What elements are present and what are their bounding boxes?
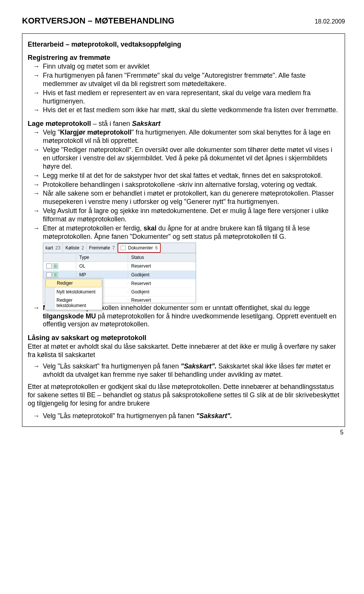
text-fragment: Velg "Lås møteprotokoll" fra hurtigmenye… [43, 412, 196, 420]
text-fragment: Klargjør møteprotokoll [60, 129, 132, 136]
list-item: Velge "Rediger møteprotokoll". En oversi… [43, 146, 339, 171]
cell-status: Godkjent [128, 288, 196, 295]
tab-dokumenter[interactable]: Dokumenter 6 [118, 243, 161, 253]
document-icon [53, 263, 58, 269]
document-icon [53, 272, 58, 277]
col-status: Status [128, 253, 196, 262]
text-fragment: skal [144, 224, 157, 232]
col-type: Type [76, 253, 128, 262]
menu-item-nytt-tekstdokument[interactable]: Nytt tekstdokument [45, 288, 102, 296]
row-icons [43, 262, 76, 270]
context-menu: Rediger Nytt tekstdokument Rediger tekst… [45, 278, 102, 310]
cell-type: MP [76, 271, 128, 278]
document-icon [121, 246, 126, 250]
subsection-title-lasing: Låsing av sakskart og møteprotokoll [28, 334, 339, 342]
tab-count: 7 [112, 245, 115, 251]
tab-label: Dokumenter [128, 245, 153, 251]
cell-status: Reservert [128, 263, 196, 270]
text-fragment: Velg "Lås sakskart" fra hurtigmenyen på … [43, 362, 181, 370]
list-item: Legg merke til at det for de sakstyper h… [43, 172, 339, 180]
tab-label: Fremmøte [89, 245, 110, 251]
list-moteprotokoll: Velg "Klargjør møteprotokoll" fra hurtig… [28, 129, 339, 241]
text-fragment: tilgangskode MU [43, 312, 96, 320]
tab-count: 23 [55, 245, 60, 251]
list-item: Hvis et fast medlem er representert av e… [43, 89, 339, 106]
grid-panel: Type Status OL Reservert MP Godkjent Red… [43, 253, 196, 303]
page-number: 5 [22, 429, 345, 436]
tab-kart[interactable]: kart 23 [43, 243, 63, 253]
text-fragment: Velg " [43, 129, 60, 136]
section-title-1: Etterarbeid – møteprotokoll, vedtaksoppf… [28, 41, 339, 49]
list-registrering: Finn utvalg og møtet som er avviklet Fra… [28, 63, 339, 114]
tab-fremmote[interactable]: Fremmøte 7 [87, 243, 118, 253]
list-item: Hvis det er et fast medlem som ikke har … [43, 106, 339, 114]
list-icon [46, 272, 52, 277]
list-lasing-2: Velg "Lås møteprotokoll" fra hurtigmenye… [28, 412, 339, 420]
grid-header: Type Status [43, 253, 196, 262]
list-item: Velg Avslutt for å lagre og sjekke inn m… [43, 207, 339, 224]
table-row[interactable]: MP Godkjent Rediger Nytt tekstdokument R… [43, 271, 196, 279]
tab-koliste[interactable]: Køliste 2 [63, 243, 86, 253]
subsection-title-registrering: Registrering av fremmøte [28, 54, 339, 62]
row-icons [43, 271, 76, 278]
sub-title-part: Sakskart [132, 120, 160, 127]
cell-type: OL [76, 263, 128, 270]
embedded-screenshot: kart 23 Køliste 2 Fremmøte 7 Dokumenter … [43, 243, 339, 303]
paragraph: Etter at møteprotokollen er godkjent ska… [28, 383, 339, 408]
list-item: Velg "Lås møteprotokoll" fra hurtigmenye… [43, 412, 339, 420]
page-date: 18.02.2009 [315, 18, 345, 25]
content-frame: Etterarbeid – møteprotokoll, vedtaksoppf… [22, 33, 345, 427]
list-item: Finn utvalg og møtet som er avviklet [43, 63, 339, 71]
list-icon [46, 263, 52, 269]
menu-item-rediger[interactable]: Rediger [46, 279, 102, 287]
menu-item-rediger-tekstdokument[interactable]: Rediger tekstdokument [45, 296, 102, 310]
page-title: KORTVERSJON – MØTEBEHANDLING [22, 16, 174, 26]
list-item: Protokollere behandlingen i saksprotokol… [43, 181, 339, 189]
sub-title-part: Lage møteprotokoll [28, 120, 91, 127]
list-item: Velg "Klargjør møteprotokoll" fra hurtig… [43, 129, 339, 145]
sub-title-part: – stå i fanen [91, 120, 132, 127]
col-icons [43, 253, 76, 262]
cell-status: Reservert [128, 280, 196, 287]
tab-bar: kart 23 Køliste 2 Fremmøte 7 Dokumenter … [43, 243, 196, 253]
text-fragment: Etter at møteprotokollen er ferdig, [43, 224, 144, 232]
text-fragment: "Sakskart". [196, 412, 232, 420]
cell-status: Reservert [128, 297, 196, 304]
paragraph: Etter at møtet er avholdt skal du låse s… [28, 343, 339, 359]
page-header: KORTVERSJON – MØTEBEHANDLING 18.02.2009 [22, 16, 345, 26]
list-item: Velg "Lås sakskart" fra hurtigmenyen på … [43, 362, 339, 379]
tab-count: 2 [82, 245, 84, 251]
list-item: Etter at møteprotokollen er ferdig, skal… [43, 224, 339, 241]
tab-count: 6 [155, 245, 158, 251]
text-fragment: "Sakskart". [181, 362, 218, 370]
tab-label: kart [46, 245, 53, 251]
table-row[interactable]: OL Reservert [43, 262, 196, 271]
tab-label: Køliste [65, 245, 79, 251]
list-item: Når alle sakene som er behandlet i møtet… [43, 190, 339, 206]
list-item: Fra hurtigmenyen på fanen "Fremmøte" ska… [43, 72, 339, 88]
cell-status: Godkjent [128, 271, 196, 278]
subsection-title-moteprotokoll: Lage møteprotokoll – stå i fanen Sakskar… [28, 120, 339, 128]
list-lasing-1: Velg "Lås sakskart" fra hurtigmenyen på … [28, 362, 339, 379]
